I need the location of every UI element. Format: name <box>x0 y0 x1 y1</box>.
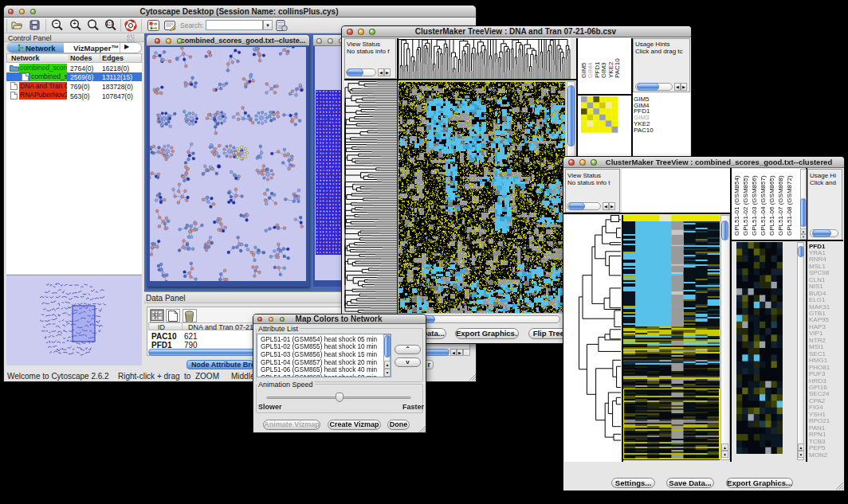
svg-text:−: − <box>54 21 57 26</box>
svg-text:1:1: 1:1 <box>105 21 113 26</box>
svg-text:+: + <box>73 21 76 26</box>
